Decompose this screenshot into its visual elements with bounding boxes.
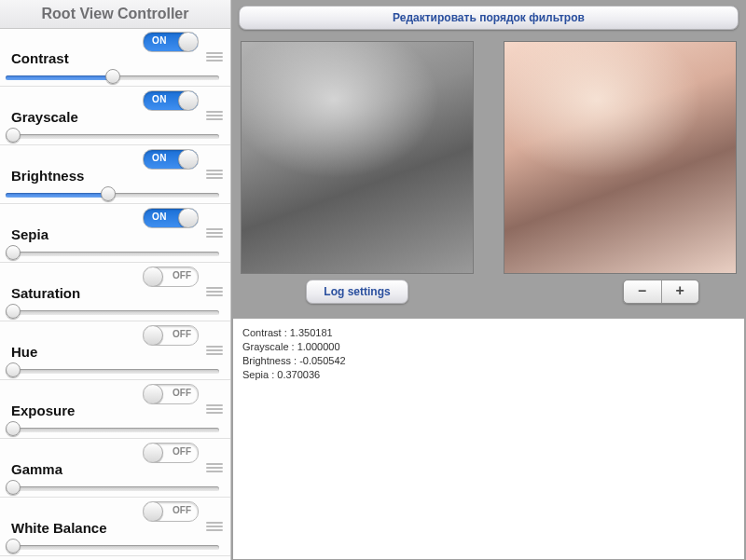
reorder-grip-icon[interactable] [206,344,223,357]
slider-fill [6,75,113,80]
filter-slider[interactable] [6,423,219,434]
toggle-label: ON [152,94,167,104]
size-stepper[interactable]: – + [623,280,699,304]
filter-cell: SaturationOFF [0,263,230,321]
log-output: Contrast : 1.350181 Grayscale : 1.000000… [233,319,744,559]
toggle-knob [178,208,199,228]
log-settings-button[interactable]: Log settings [306,280,408,304]
edit-order-button[interactable]: Редактировать порядок фильтров [239,6,739,30]
sidebar: Root View Controller ContrastONGrayscale… [0,0,231,560]
slider-track [6,134,219,139]
reorder-grip-icon[interactable] [206,403,223,416]
slider-thumb[interactable] [6,362,21,377]
filter-toggle[interactable]: OFF [143,266,199,287]
toggle-label: ON [152,153,167,163]
slider-thumb[interactable] [6,128,21,143]
toggle-label: OFF [173,329,191,339]
reorder-grip-icon[interactable] [206,285,223,298]
filter-slider[interactable] [6,482,219,493]
filter-label: Brightness [11,168,84,184]
filter-cell: BrightnessON [0,145,230,204]
slider-thumb[interactable] [6,245,21,260]
reorder-grip-icon[interactable] [206,109,223,122]
reorder-grip-icon[interactable] [206,520,223,533]
slider-track [6,252,219,256]
reorder-grip-icon[interactable] [206,50,223,63]
slider-track [6,310,219,315]
stepper-plus[interactable]: + [662,280,699,303]
filter-slider[interactable] [6,364,219,376]
slider-thumb[interactable] [6,421,21,436]
filter-slider[interactable] [6,540,219,552]
toggle-knob [178,90,199,111]
toggle-label: OFF [173,505,191,515]
main-pane: Редактировать порядок фильтров Log setti… [231,0,746,560]
filter-cell: GammaOFF [0,439,230,498]
slider-track [6,486,219,491]
filter-toggle[interactable]: OFF [143,443,199,463]
filter-toggle[interactable]: ON [143,149,199,170]
toggle-label: ON [152,35,167,46]
filter-cell: ExposureOFF [0,380,230,439]
filter-toggle[interactable]: ON [143,32,199,52]
filter-toggle[interactable]: ON [143,90,199,111]
preview-original [241,41,474,274]
slider-thumb[interactable] [101,186,116,201]
filter-label: Contrast [11,50,69,66]
toggle-label: ON [152,212,167,222]
slider-thumb[interactable] [6,304,21,319]
filter-slider[interactable] [6,130,219,141]
slider-thumb[interactable] [105,69,120,84]
filter-cell: White BalanceOFF [0,498,230,556]
slider-track [6,428,219,432]
toggle-label: OFF [173,446,191,457]
filter-label: Sepia [11,226,48,242]
filter-cell: GrayscaleON [0,87,230,145]
slider-thumb[interactable] [6,480,21,495]
stepper-minus[interactable]: – [624,280,662,303]
photo-filtered [504,42,736,273]
toggle-knob [178,149,199,170]
toggle-knob [143,384,163,404]
filter-label: Gamma [11,461,62,477]
toggle-knob [143,325,163,346]
filter-toggle[interactable]: OFF [143,501,199,522]
slider-fill [6,193,108,198]
filter-cell: HueOFF [0,321,230,380]
filter-toggle[interactable]: ON [143,208,199,228]
filter-slider[interactable] [6,71,219,82]
slider-track [6,545,219,550]
filter-label: Saturation [11,285,80,301]
filter-toggle[interactable]: OFF [143,384,199,404]
preview-filtered [504,41,737,274]
filter-cell: SepiaON [0,204,230,263]
slider-thumb[interactable] [6,539,21,553]
toggle-knob [143,501,163,522]
filter-slider[interactable] [6,247,219,258]
filter-slider[interactable] [6,188,219,199]
filter-label: Grayscale [11,109,78,125]
toggle-knob [143,443,163,463]
reorder-grip-icon[interactable] [206,226,223,239]
filter-label: White Balance [11,520,107,536]
photo-original [242,42,473,273]
filter-list[interactable]: ContrastONGrayscaleONBrightnessONSepiaON… [0,28,230,560]
filter-label: Hue [11,344,37,360]
toggle-label: OFF [173,388,191,398]
toggle-knob [178,32,199,52]
filter-toggle[interactable]: OFF [143,325,199,346]
sidebar-title: Root View Controller [0,0,230,29]
filter-label: Exposure [11,403,75,418]
filter-slider[interactable] [6,306,219,317]
filter-cell: ContrastON [0,28,230,87]
toggle-knob [143,266,163,287]
reorder-grip-icon[interactable] [206,168,223,181]
toggle-label: OFF [173,270,191,280]
slider-track [6,369,219,374]
reorder-grip-icon[interactable] [206,461,223,474]
